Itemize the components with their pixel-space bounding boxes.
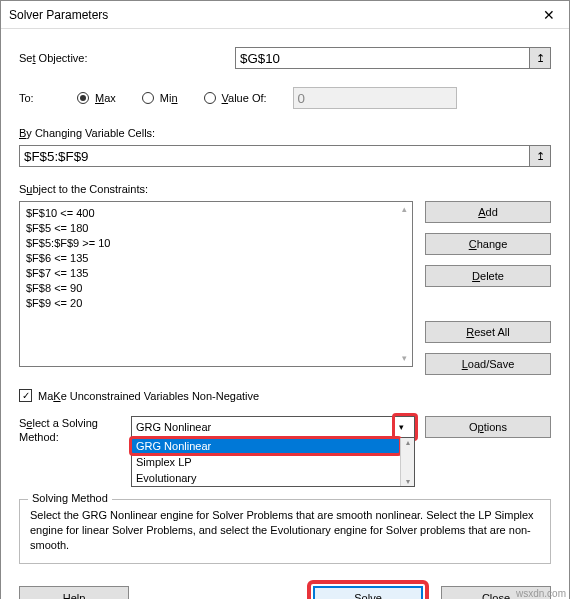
- constraint-item[interactable]: $F$5 <= 180: [26, 221, 406, 236]
- options-col: Options: [425, 416, 551, 438]
- set-objective-label: Set Objective:: [19, 52, 235, 64]
- radio-min[interactable]: Min: [142, 92, 178, 104]
- unconstrained-label: MaKe Unconstrained Variables Non-Negativ…: [38, 390, 259, 402]
- refedit-icon: ↥: [536, 150, 545, 163]
- titlebar: Solver Parameters ✕: [1, 1, 569, 29]
- unconstrained-checkbox-row[interactable]: ✓ MaKe Unconstrained Variables Non-Negat…: [19, 389, 551, 402]
- radio-value-of[interactable]: Value Of:: [204, 92, 267, 104]
- scrollbar[interactable]: ▴ ▾: [397, 202, 412, 366]
- checkbox-icon: ✓: [19, 389, 32, 402]
- constraint-item[interactable]: $F$9 <= 20: [26, 296, 406, 311]
- solving-method-legend: Solving Method: [28, 492, 112, 504]
- constraints-label: Subject to the Constraints:: [19, 183, 551, 195]
- load-save-button[interactable]: Load/Save: [425, 353, 551, 375]
- constraints-listbox[interactable]: $F$10 <= 400 $F$5 <= 180 $F$5:$F$9 >= 10…: [19, 201, 413, 367]
- method-option-simplex[interactable]: Simplex LP: [132, 454, 414, 470]
- help-button[interactable]: Help: [19, 586, 129, 599]
- radio-icon: [204, 92, 216, 104]
- objective-input[interactable]: [235, 47, 530, 69]
- options-button[interactable]: Options: [425, 416, 551, 438]
- solving-method-fieldset: Solving Method Select the GRG Nonlinear …: [19, 499, 551, 564]
- constraints-area: $F$10 <= 400 $F$5 <= 180 $F$5:$F$9 >= 10…: [19, 201, 551, 375]
- method-option-grg[interactable]: GRG Nonlinear: [132, 438, 414, 454]
- radio-max[interactable]: Max: [77, 92, 116, 104]
- radio-icon: [77, 92, 89, 104]
- dialog-title: Solver Parameters: [9, 8, 108, 22]
- scroll-down-icon: ▾: [402, 351, 407, 366]
- set-objective-row: Set Objective: ↥: [19, 47, 551, 69]
- value-of-input[interactable]: [293, 87, 457, 109]
- radio-icon: [142, 92, 154, 104]
- constraint-item[interactable]: $F$8 <= 90: [26, 281, 406, 296]
- constraint-item[interactable]: $F$10 <= 400: [26, 206, 406, 221]
- solving-method-select-wrap: GRG Nonlinear ▾ GRG Nonlinear Simplex LP…: [131, 416, 415, 487]
- solving-method-select[interactable]: GRG Nonlinear ▾: [131, 416, 415, 438]
- solving-method-description: Select the GRG Nonlinear engine for Solv…: [30, 508, 540, 553]
- scroll-up-icon: ▴: [402, 202, 407, 217]
- solving-method-row: Select a Solving Method: GRG Nonlinear ▾…: [19, 416, 551, 487]
- add-button[interactable]: Add: [425, 201, 551, 223]
- scroll-up-icon: ▴: [406, 438, 410, 447]
- delete-button[interactable]: Delete: [425, 265, 551, 287]
- constraint-item[interactable]: $F$5:$F$9 >= 10: [26, 236, 406, 251]
- solver-parameters-dialog: Solver Parameters ✕ Set Objective: ↥ To:…: [0, 0, 570, 599]
- reset-all-button[interactable]: Reset All: [425, 321, 551, 343]
- scrollbar[interactable]: ▴ ▾: [400, 438, 414, 486]
- solve-button[interactable]: Solve: [313, 586, 423, 599]
- method-option-evolutionary[interactable]: Evolutionary: [132, 470, 414, 486]
- window-close-button[interactable]: ✕: [529, 1, 569, 29]
- changing-cells-input[interactable]: [19, 145, 530, 167]
- solving-method-dropdown[interactable]: GRG Nonlinear Simplex LP Evolutionary ▴ …: [131, 438, 415, 487]
- chevron-down-icon: ▾: [392, 418, 410, 436]
- change-button[interactable]: Change: [425, 233, 551, 255]
- changing-cells-row: ↥: [19, 145, 551, 167]
- changing-refedit-button[interactable]: ↥: [529, 145, 551, 167]
- constraint-item[interactable]: $F$7 <= 135: [26, 266, 406, 281]
- changing-cells-label: By Changing Variable Cells:: [19, 127, 551, 139]
- dialog-footer: Help Solve Close: [19, 586, 551, 599]
- refedit-icon: ↥: [536, 52, 545, 65]
- to-label: To:: [19, 92, 77, 104]
- solving-method-label: Select a Solving Method:: [19, 416, 121, 444]
- watermark: wsxdn.com: [516, 588, 566, 599]
- scroll-down-icon: ▾: [406, 477, 410, 486]
- constraint-buttons: Add Change Delete Reset All Load/Save: [425, 201, 551, 375]
- solve-wrap: Solve: [313, 586, 423, 599]
- constraint-item[interactable]: $F$6 <= 135: [26, 251, 406, 266]
- objective-refedit-button[interactable]: ↥: [529, 47, 551, 69]
- solving-method-value: GRG Nonlinear: [136, 421, 211, 433]
- dialog-body: Set Objective: ↥ To: Max Min Value Of:: [1, 29, 569, 599]
- to-row: To: Max Min Value Of:: [19, 87, 551, 109]
